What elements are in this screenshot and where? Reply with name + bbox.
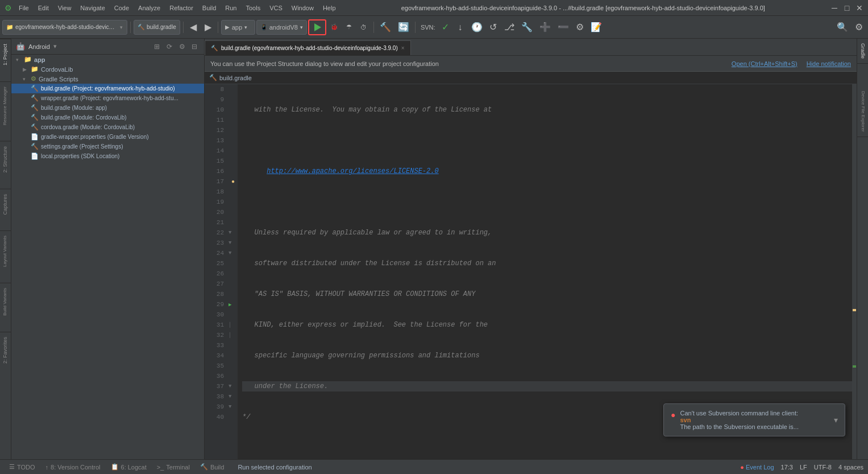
gutter-22-fold[interactable]: ▼: [229, 228, 238, 238]
tree-item-build-gradle-project[interactable]: 🔨 build.gradle (Project: egovframework-h…: [11, 84, 204, 93]
bottom-tab-todo[interactable]: ☰ TODO: [5, 461, 40, 473]
back-button[interactable]: ◀: [186, 19, 200, 35]
sidebar-external-icon[interactable]: ⊞: [152, 42, 162, 52]
tree-label-gradle-scripts: Gradle Scripts: [39, 76, 78, 83]
fold-arrow-24-icon[interactable]: ▼: [229, 250, 231, 256]
tree-item-settings-gradle[interactable]: 🔨 settings.gradle (Project Settings): [11, 142, 204, 151]
build-make-button[interactable]: 🔨: [377, 19, 394, 35]
tree-label-local-properties: local.properties (SDK Location): [41, 153, 119, 159]
menu-code[interactable]: Code: [114, 5, 129, 11]
menu-build[interactable]: Build: [202, 5, 216, 11]
fold-arrow-22-icon[interactable]: ▼: [229, 230, 231, 236]
project-dropdown[interactable]: 📁 egovframework-hyb-add-studio-deviceinf…: [2, 20, 127, 35]
tree-item-local-properties[interactable]: 📄 local.properties (SDK Location): [11, 151, 204, 161]
gutter-29-run[interactable]: ▶: [229, 299, 238, 310]
window-controls[interactable]: ─ □ ✕: [830, 4, 863, 12]
sidebar-tab-project[interactable]: 1: Project: [0, 39, 11, 70]
code-link-10[interactable]: http://www.apache.org/licenses/LICENSE-2…: [267, 166, 438, 176]
toast-expand-icon[interactable]: ▾: [834, 415, 838, 424]
gutter-38-fold[interactable]: ▼: [229, 391, 238, 402]
svn-tools-button[interactable]: 🔧: [518, 19, 535, 35]
event-log-link[interactable]: ● Event Log: [740, 464, 774, 471]
sidebar-tab-captures[interactable]: Captures: [0, 189, 11, 220]
file-breadcrumb[interactable]: 🔨 build.gradle: [134, 20, 180, 35]
menu-window[interactable]: Window: [292, 5, 314, 11]
fold-arrow-37-icon[interactable]: ▼: [229, 384, 231, 389]
open-project-structure-link[interactable]: Open (Ctrl+Alt+Shift+S): [732, 60, 798, 67]
menu-refactor[interactable]: Refactor: [169, 5, 193, 11]
svn-settings-button[interactable]: ⚙: [573, 19, 587, 35]
sidebar-collapse-icon[interactable]: ⊟: [189, 42, 200, 52]
sdk-dropdown[interactable]: 📱 androidV8 ▾: [256, 20, 307, 35]
tab-close-button[interactable]: ×: [401, 45, 405, 51]
svn-add-button[interactable]: ➕: [537, 19, 554, 35]
svn-update-button[interactable]: ↓: [454, 19, 467, 35]
bottom-tab-build[interactable]: 🔨 Build: [196, 461, 229, 473]
app-config-dropdown[interactable]: ▶ app ▾: [221, 20, 255, 35]
sidebar-settings-icon[interactable]: ⚙: [177, 42, 187, 52]
right-tab-device-file-explorer[interactable]: Device File Explorer: [857, 86, 868, 137]
tree-expand-icon: ▾: [16, 57, 22, 63]
tree-item-wrapper-gradle[interactable]: 🔨 wrapper.gradle (Project: egovframework…: [11, 93, 204, 103]
project-tree: ▾ 📁 app ▶ 📁 CordovaLib ▾ ⚙ Gradle Script…: [11, 55, 204, 459]
run-button[interactable]: [308, 19, 326, 35]
menu-bar[interactable]: File Edit View Navigate Code Analyze Ref…: [19, 5, 336, 11]
gutter-39-fold[interactable]: ▼: [229, 402, 238, 412]
menu-file[interactable]: File: [19, 5, 29, 11]
svn-delete-button[interactable]: ➖: [555, 19, 572, 35]
android-dropdown-icon[interactable]: ▾: [53, 43, 57, 50]
bottom-tab-version-control[interactable]: ↑ 8: Version Control: [41, 461, 105, 473]
sidebar-tab-layout-variants[interactable]: Layout Variants: [0, 230, 11, 271]
hide-notification-link[interactable]: Hide notification: [807, 60, 851, 67]
menu-navigate[interactable]: Navigate: [80, 5, 105, 11]
coverage-button[interactable]: ☂: [342, 19, 356, 35]
menu-analyze[interactable]: Analyze: [138, 5, 160, 11]
sdk-icon: 📱: [260, 24, 267, 30]
forward-button[interactable]: ▶: [201, 19, 215, 35]
run-arrow-icon[interactable]: ▶: [229, 302, 231, 308]
tree-item-gradle-wrapper-props[interactable]: 📄 gradle-wrapper.properties (Gradle Vers…: [11, 132, 204, 142]
tree-item-build-gradle-cordovalib[interactable]: 🔨 build.gradle (Module: CordovaLib): [11, 113, 204, 122]
debug-button[interactable]: 🐞: [327, 19, 341, 35]
tree-item-app[interactable]: ▾ 📁 app: [11, 55, 204, 64]
sidebar-sync-icon[interactable]: ⟳: [164, 42, 175, 52]
tree-item-gradle-scripts[interactable]: ▾ ⚙ Gradle Scripts: [11, 74, 204, 84]
menu-help[interactable]: Help: [323, 5, 336, 11]
settings-button[interactable]: ⚙: [852, 19, 866, 35]
bottom-tab-terminal[interactable]: >_ Terminal: [152, 461, 194, 473]
menu-tools[interactable]: Tools: [246, 5, 260, 11]
right-tab-gradle[interactable]: Gradle: [857, 39, 868, 64]
gutter-37-fold[interactable]: ▼: [229, 381, 238, 391]
gutter-24-fold[interactable]: ▼: [229, 248, 238, 258]
menu-edit[interactable]: Edit: [38, 5, 49, 11]
svn-revert-button[interactable]: ↺: [487, 19, 500, 35]
sync-button[interactable]: 🔄: [395, 19, 412, 35]
tree-item-build-gradle-app[interactable]: 🔨 build.gradle (Module: app): [11, 103, 204, 113]
maximize-button[interactable]: □: [843, 4, 851, 12]
menu-vcs[interactable]: VCS: [269, 5, 283, 11]
fold-arrow-23-icon[interactable]: ▼: [229, 240, 231, 246]
svn-branch-button[interactable]: ⎇: [501, 19, 517, 35]
sidebar-tab-favorites[interactable]: 2: Favorites: [0, 332, 11, 368]
menu-run[interactable]: Run: [225, 5, 236, 11]
gutter-23-fold[interactable]: ▼: [229, 238, 238, 248]
minimize-button[interactable]: ─: [830, 4, 838, 12]
bottom-tab-logcat[interactable]: 📋 6: Logcat: [106, 461, 151, 473]
bottom-tabs: ☰ TODO ↑ 8: Version Control 📋 6: Logcat …: [5, 461, 229, 473]
svn-history-button[interactable]: 🕐: [468, 19, 485, 35]
close-button[interactable]: ✕: [855, 4, 863, 12]
sidebar-tab-structure[interactable]: 2: Structure: [0, 141, 11, 178]
svn-annotate-button[interactable]: 📝: [588, 19, 605, 35]
sidebar-tab-build-variants[interactable]: Build Variants: [0, 283, 11, 320]
fold-arrow-39-icon[interactable]: ▼: [229, 404, 231, 410]
svn-check-button[interactable]: ✓: [439, 19, 452, 35]
profile-button[interactable]: ⏱: [357, 19, 371, 35]
tree-item-cordova-gradle[interactable]: 🔨 cordova.gradle (Module: CordovaLib): [11, 122, 204, 132]
sidebar-tab-resource-manager[interactable]: Resource Manager: [0, 81, 11, 130]
menu-view[interactable]: View: [58, 5, 72, 11]
fold-arrow-38-icon[interactable]: ▼: [229, 394, 231, 399]
search-everywhere-button[interactable]: 🔍: [834, 19, 851, 35]
editor-tab-build-gradle[interactable]: 🔨 build.gradle (egovframework-hyb-add-st…: [205, 40, 411, 55]
line-35: 35: [205, 361, 229, 371]
tree-item-cordovalib[interactable]: ▶ 📁 CordovaLib: [11, 64, 204, 74]
